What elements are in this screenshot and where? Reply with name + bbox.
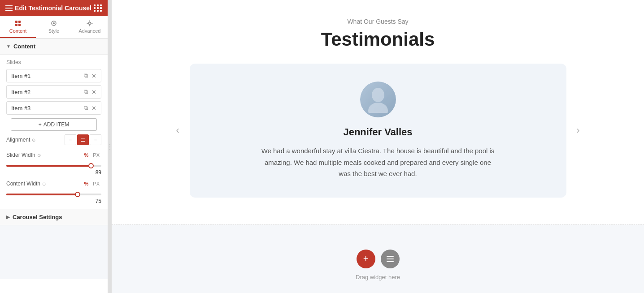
content-width-value: 75 (6, 198, 101, 204)
carousel-settings-arrow: ▶ (6, 215, 10, 220)
content-width-slider[interactable] (6, 194, 101, 195)
grid-icon[interactable] (94, 4, 102, 12)
svg-point-7 (372, 88, 384, 102)
tab-advanced[interactable]: Advanced (72, 16, 108, 38)
content-width-info-icon[interactable]: ⊙ (42, 181, 46, 186)
slide-item-2-delete[interactable]: ✕ (91, 88, 96, 95)
slider-width-value: 89 (6, 169, 101, 176)
slider-width-units: % PX (83, 151, 101, 159)
slider-width-slider[interactable] (6, 165, 101, 167)
slide-item-1-actions: ⧉ ✕ (84, 72, 96, 79)
carousel-next-button[interactable]: › (576, 125, 579, 136)
align-center-button[interactable]: ☰ (77, 134, 89, 145)
align-right-button[interactable]: ≡ (90, 134, 101, 145)
empty-bottom-section (0, 225, 108, 279)
add-item-label: ADD ITEM (44, 121, 69, 128)
carousel-wrapper: ‹ › Jennifer Valles We had a wonderful s… (190, 64, 566, 198)
slider-width-label: Slider Width ⊙ (6, 152, 41, 158)
content-width-px-btn[interactable]: PX (91, 180, 101, 187)
alignment-info-icon[interactable]: ⊙ (32, 138, 35, 142)
slide-item-2[interactable]: Item #2 ⧉ ✕ (6, 85, 101, 99)
add-item-button[interactable]: + ADD ITEM (11, 118, 97, 131)
resize-handle[interactable] (108, 0, 112, 293)
testimonial-name: Jennifer Valles (226, 126, 531, 138)
content-section-label: Content (13, 43, 35, 50)
slide-item-3-delete[interactable]: ✕ (91, 104, 96, 112)
svg-rect-10 (387, 259, 394, 259)
slide-item-3[interactable]: Item #3 ⧉ ✕ (6, 101, 101, 115)
slide-item-1-delete[interactable]: ✕ (91, 72, 96, 79)
tab-style[interactable]: Style (36, 16, 72, 38)
tab-advanced-label: Advanced (79, 28, 101, 34)
panel-title: Edit Testimonial Carousel (15, 4, 91, 12)
carousel-settings-header[interactable]: ▶ Carousel Settings (0, 209, 108, 225)
add-widget-button[interactable]: + (357, 250, 375, 268)
slide-item-3-label: Item #3 (11, 105, 30, 112)
slide-item-1-label: Item #1 (11, 73, 30, 79)
editor-tabs: Content Style Advanced (0, 16, 108, 39)
content-section-header[interactable]: ▼ Content (0, 39, 108, 55)
svg-rect-3 (18, 24, 21, 26)
widget-dropzone: + Drag widget here (112, 224, 644, 293)
tab-content-label: Content (9, 28, 27, 34)
avatar (360, 82, 396, 117)
panel-header: Edit Testimonial Carousel (0, 0, 108, 16)
svg-rect-2 (15, 24, 17, 26)
slider-width-px-btn[interactable]: PX (91, 151, 101, 159)
svg-point-5 (53, 22, 55, 24)
svg-rect-0 (15, 21, 17, 23)
svg-rect-9 (387, 256, 394, 257)
widget-buttons: + (357, 250, 400, 268)
alignment-label: Alignment ⊙ (6, 137, 35, 143)
slide-item-1-duplicate[interactable]: ⧉ (84, 72, 88, 79)
slide-item-1[interactable]: Item #1 ⧉ ✕ (6, 69, 101, 82)
svg-point-8 (368, 103, 388, 113)
drag-handle-button[interactable] (381, 250, 400, 268)
testimonial-text: We had a wonderful stay at villa Ciestra… (261, 145, 495, 180)
slide-item-2-duplicate[interactable]: ⧉ (84, 88, 88, 95)
avatar-image (360, 82, 396, 117)
tab-style-label: Style (48, 28, 59, 34)
svg-rect-1 (18, 21, 21, 23)
slider-width-control: Slider Width ⊙ % PX (6, 151, 101, 159)
carousel-settings-label: Carousel Settings (13, 214, 62, 220)
testimonial-subtitle: What Our Guests Say (121, 18, 635, 25)
content-width-label: Content Width ⊙ (6, 181, 46, 187)
testimonial-card: Jennifer Valles We had a wonderful stay … (190, 64, 566, 198)
canvas-area: What Our Guests Say Testimonials ‹ › J (112, 0, 644, 293)
alignment-buttons: ≡ ☰ ≡ (65, 134, 101, 145)
drag-widget-text: Drag widget here (356, 274, 400, 280)
plus-icon: + (39, 121, 42, 128)
content-section-body: Slides Item #1 ⧉ ✕ Item #2 ⧉ ✕ Item #3 (0, 55, 108, 209)
carousel-prev-button[interactable]: ‹ (176, 125, 179, 136)
slide-item-3-actions: ⧉ ✕ (84, 104, 96, 112)
align-left-button[interactable]: ≡ (65, 134, 76, 145)
content-width-percent-btn[interactable]: % (83, 180, 91, 187)
hamburger-menu-icon[interactable] (5, 5, 13, 11)
slider-width-percent-btn[interactable]: % (83, 151, 91, 159)
tab-content[interactable]: Content (0, 16, 36, 38)
alignment-control: Alignment ⊙ ≡ ☰ ≡ (6, 134, 101, 145)
left-panel: Edit Testimonial Carousel Content Style … (0, 0, 108, 293)
slides-label: Slides (6, 59, 101, 65)
slide-item-3-duplicate[interactable]: ⧉ (84, 104, 88, 112)
svg-rect-11 (387, 261, 394, 262)
slider-width-info-icon[interactable]: ⊙ (37, 153, 41, 158)
testimonial-title: Testimonials (121, 29, 635, 50)
testimonial-section: What Our Guests Say Testimonials ‹ › J (112, 0, 644, 224)
slide-item-2-actions: ⧉ ✕ (84, 88, 96, 95)
content-width-units: % PX (83, 180, 101, 187)
svg-point-6 (89, 22, 91, 25)
slide-item-2-label: Item #2 (11, 89, 30, 95)
content-width-control: Content Width ⊙ % PX (6, 180, 101, 187)
content-collapse-arrow: ▼ (6, 44, 11, 49)
panel-body: ▼ Content Slides Item #1 ⧉ ✕ Item #2 ⧉ ✕ (0, 39, 108, 293)
right-content: What Our Guests Say Testimonials ‹ › J (112, 0, 644, 293)
